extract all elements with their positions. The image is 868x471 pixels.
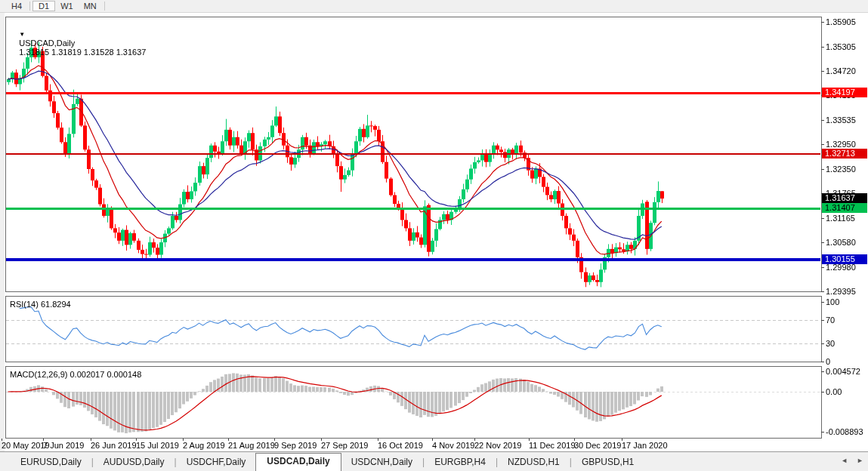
- price-tick-label: 1.33535: [826, 115, 856, 125]
- tab-eurgbp[interactable]: EURGBP,H4: [425, 454, 496, 471]
- date-label: 7 Jun 2019: [43, 441, 84, 450]
- date-label: 26 Jun 2019: [91, 441, 137, 450]
- price-tick-label: 1.31165: [826, 214, 855, 223]
- tab-eurusd[interactable]: EURUSD,Daily: [11, 454, 91, 471]
- date-label: 4 Nov 2019: [432, 441, 474, 450]
- timeframe-toolbar: H4D1W1MN: [0, 0, 868, 13]
- date-label: 11 Dec 2019: [529, 441, 576, 450]
- price-tick-label: 1.30580: [826, 238, 856, 247]
- chart-canvas[interactable]: [0, 0, 868, 471]
- tab-audusd[interactable]: AUDUSD,Daily: [94, 454, 175, 471]
- chart-title: ▼ USDCAD,Daily 1.31815 1.31819 1.31528 1…: [10, 20, 146, 66]
- macd-tick-label: 0.00: [826, 387, 842, 396]
- tab-usdcad[interactable]: USDCAD,Daily: [255, 453, 341, 471]
- toolbar-separator: [29, 2, 30, 11]
- tab-gbpusd[interactable]: GBPUSD,H1: [572, 454, 644, 471]
- toolbar-separator: [104, 2, 105, 11]
- price-tick-label: 1.35305: [826, 42, 856, 51]
- date-label: 30 Dec 2019: [574, 441, 621, 450]
- timeframe-button-mn[interactable]: MN: [79, 1, 102, 11]
- price-badge: 1.32713: [822, 149, 867, 159]
- timeframe-button-d1[interactable]: D1: [32, 1, 55, 11]
- price-tick-label: 1.34720: [826, 66, 856, 75]
- date-label: 22 Nov 2019: [474, 441, 521, 450]
- date-label: 21 Aug 2019: [228, 441, 275, 450]
- date-label: 17 Jan 2020: [622, 441, 668, 450]
- tab-usdcnh[interactable]: USDCNH,Daily: [341, 454, 422, 471]
- symbol-tab-bar: EURUSD,Daily|AUDUSD,Daily|USDCHF,DailyUS…: [0, 451, 868, 471]
- price-badge: 1.31637: [822, 193, 867, 203]
- symbol-dropdown-icon: ▼: [19, 31, 25, 38]
- macd-tick-label: -0.008893: [826, 427, 863, 436]
- tab-usdchf[interactable]: USDCHF,Daily: [177, 454, 256, 471]
- chart-symbol-label: USDCAD,Daily: [19, 38, 75, 48]
- rsi-tick-label: 30: [826, 339, 835, 348]
- tab-scroll-right-icon[interactable]: ►: [857, 457, 863, 464]
- rsi-tick-label: 70: [826, 316, 835, 325]
- rsi-tick-label: 100: [826, 297, 839, 306]
- trading-terminal-window: H4D1W1MN ▼ USDCAD,Daily 1.31815 1.31819 …: [0, 0, 868, 471]
- date-label: 16 Oct 2019: [378, 441, 423, 450]
- price-badge: 1.34197: [822, 88, 867, 97]
- rsi-indicator-label: RSI(14) 61.8294: [10, 300, 71, 309]
- tab-scrollers: ◄ ►: [841, 457, 863, 464]
- date-label: 9 Sep 2019: [274, 441, 317, 450]
- price-badge: 1.30155: [822, 254, 867, 264]
- price-tick-label: 1.35905: [826, 17, 856, 26]
- chart-ohlc-values: 1.31815 1.31819 1.31528 1.31637: [19, 48, 146, 57]
- macd-tick-label: 0.004572: [826, 367, 860, 376]
- rsi-tick-label: 0: [826, 357, 830, 366]
- macd-indicator-label: MACD(12,26,9) 0.002017 0.000148: [10, 370, 141, 379]
- price-badge: 1.31407: [822, 203, 867, 213]
- timeframe-button-h4[interactable]: H4: [6, 1, 27, 11]
- date-label: 2 Aug 2019: [183, 441, 225, 450]
- price-tick-label: 1.32950: [826, 140, 856, 149]
- price-tick-label: 1.29395: [826, 287, 856, 296]
- tab-scroll-left-icon[interactable]: ◄: [841, 457, 848, 464]
- date-label: 15 Jul 2019: [136, 441, 179, 450]
- timeframe-button-w1[interactable]: W1: [55, 1, 79, 11]
- date-label: 27 Sep 2019: [321, 441, 368, 450]
- price-tick-label: 1.32350: [826, 165, 856, 174]
- tab-nzdusd[interactable]: NZDUSD,H1: [498, 454, 570, 471]
